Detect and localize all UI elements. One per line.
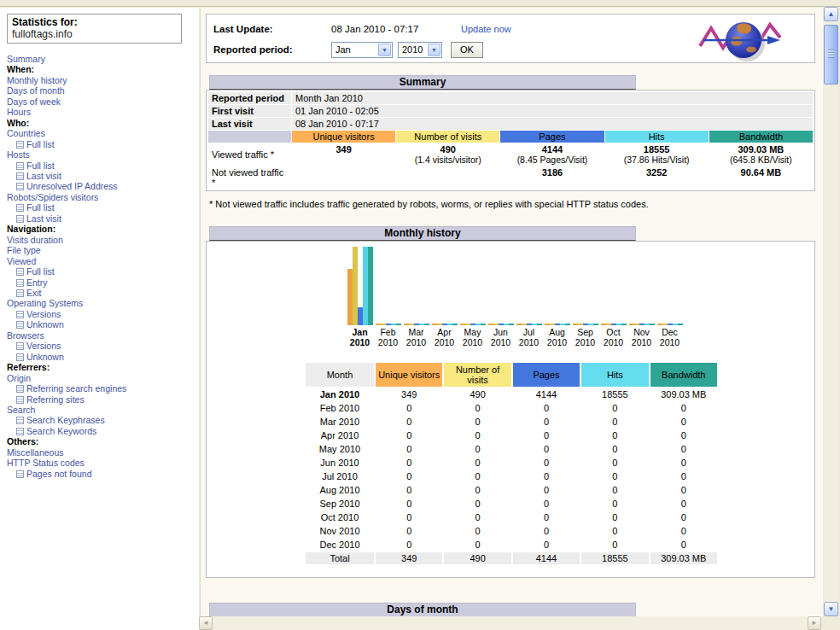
- year-select[interactable]: 2010 ▼: [398, 42, 442, 58]
- chevron-down-icon[interactable]: ▼: [428, 44, 440, 56]
- monthly-value-cell: 0: [444, 470, 510, 482]
- sidebar-item-full-list[interactable]: Full list: [7, 266, 196, 277]
- sidebar-item-origin[interactable]: Origin: [7, 373, 196, 383]
- scroll-up-icon[interactable]: ▲: [824, 7, 838, 21]
- sidebar-item-http-status-codes[interactable]: HTTP Status codes: [7, 458, 196, 468]
- sidebar-item-monthly-history[interactable]: Monthly history: [7, 75, 196, 85]
- sidebar-item-last-visit[interactable]: Last visit: [7, 213, 196, 224]
- list-icon: [16, 396, 24, 404]
- monthly-history-table: MonthUnique visitorsNumber of visitsPage…: [304, 361, 719, 566]
- sidebar-item-unresolved-ip-address[interactable]: Unresolved IP Address: [7, 181, 196, 191]
- sidebar-item-unknown[interactable]: Unknown: [7, 352, 196, 362]
- sidebar-section-who: Who:: [7, 118, 196, 128]
- chart-label-jul-2010: Jul2010: [515, 327, 543, 347]
- list-icon: [16, 289, 24, 297]
- monthly-value-cell: 0: [581, 443, 648, 455]
- scroll-down-icon[interactable]: ▼: [824, 602, 838, 616]
- viewed-traffic-label: Viewed traffic *: [208, 143, 291, 166]
- monthly-value-cell: 0: [444, 498, 510, 510]
- monthly-value-cell: 0: [376, 429, 442, 441]
- horizontal-scrollbar[interactable]: ◄ ►: [199, 616, 821, 630]
- chart-label-feb-2010: Feb2010: [374, 327, 402, 347]
- chevron-down-icon[interactable]: ▼: [378, 44, 391, 56]
- monthly-value-cell: 0: [376, 470, 442, 482]
- monthly-value-cell: 4144: [513, 388, 580, 400]
- sidebar-item-days-of-week[interactable]: Days of week: [7, 96, 196, 107]
- browser-top-strip: [0, 0, 840, 7]
- sidebar-frame: Statistics for: fulloftags.info SummaryW…: [0, 8, 199, 630]
- monthly-value-cell: 0: [444, 511, 510, 523]
- sidebar-item-last-visit[interactable]: Last visit: [7, 171, 196, 181]
- ok-button[interactable]: OK: [451, 42, 483, 58]
- monthly-value-cell: 0: [650, 416, 717, 428]
- chart-label-mar-2010: Mar2010: [402, 327, 430, 347]
- monthly-value-cell: 0: [513, 539, 580, 551]
- chart-label-aug-2010: Aug2010: [543, 327, 571, 347]
- scroll-right-icon[interactable]: ►: [808, 616, 821, 630]
- monthly-value-cell: 0: [513, 498, 580, 510]
- sidebar-item-pages-not-found[interactable]: Pages not found: [7, 469, 196, 479]
- monthly-value-cell: 349: [376, 388, 442, 400]
- sidebar-item-versions[interactable]: Versions: [7, 341, 196, 351]
- sidebar-item-file-type[interactable]: File type: [7, 245, 196, 255]
- monthly-value-cell: 0: [650, 402, 717, 414]
- vertical-scrollbar-thumb[interactable]: [824, 25, 838, 85]
- sidebar-item-entry[interactable]: Entry: [7, 277, 196, 288]
- monthly-row-jan-2010: Jan 2010349490414418555309.03 MB: [306, 388, 717, 400]
- not-viewed-pages: 3186: [500, 166, 604, 189]
- sidebar-item-days-of-month[interactable]: Days of month: [7, 85, 196, 96]
- monthly-value-cell: 0: [513, 470, 580, 482]
- summary-info-label: First visit: [208, 105, 291, 117]
- sidebar-item-operating-systems[interactable]: Operating Systems: [7, 298, 196, 308]
- vertical-scrollbar[interactable]: ▲ ▼: [824, 7, 838, 616]
- sidebar-item-browsers[interactable]: Browsers: [7, 330, 196, 341]
- sidebar-item-summary[interactable]: Summary: [7, 54, 196, 64]
- monthly-chart-labels: Jan2010Feb2010Mar2010Apr2010May2010Jun20…: [346, 327, 687, 347]
- summary-table: Reported period Month Jan 2010 First vis…: [207, 91, 814, 190]
- not-viewed-visits-empty: [396, 166, 499, 189]
- monthly-value-cell: 0: [376, 511, 442, 523]
- sidebar-item-countries[interactable]: Countries: [7, 128, 196, 138]
- sidebar-item-search-keyphrases[interactable]: Search Keyphrases: [7, 415, 196, 425]
- sidebar-item-search[interactable]: Search: [7, 405, 196, 415]
- update-now-link[interactable]: Update now: [461, 24, 511, 34]
- sidebar-item-hosts[interactable]: Hosts: [7, 149, 196, 160]
- sidebar-item-referring-search-engines[interactable]: Referring search engines: [7, 383, 196, 394]
- chart-month-jun-2010: [487, 247, 515, 325]
- sidebar-item-versions[interactable]: Versions: [7, 309, 196, 319]
- list-icon: [16, 183, 24, 190]
- monthly-value-cell: 0: [650, 443, 717, 455]
- viewed-bandwidth: 309.03 MB (645.8 KB/Visit): [709, 143, 813, 166]
- sidebar-item-robots-spiders-visitors[interactable]: Robots/Spiders visitors: [7, 192, 196, 202]
- update-period-box: Last Update: 08 Jan 2010 - 07:17 Update …: [206, 14, 815, 63]
- sidebar-item-hours[interactable]: Hours: [7, 107, 196, 117]
- monthly-value-cell: 0: [444, 443, 510, 455]
- monthly-value-cell: 0: [581, 498, 648, 510]
- summary-info-row: Reported period Month Jan 2010: [208, 92, 813, 104]
- bar-bandwidth: [368, 247, 373, 325]
- last-update-row: Last Update: 08 Jan 2010 - 07:17 Update …: [213, 20, 511, 38]
- viewed-visits-value: 490: [400, 144, 496, 155]
- list-icon: [16, 417, 24, 424]
- sidebar-item-visits-duration[interactable]: Visits duration: [7, 235, 196, 245]
- monthly-month-cell: Total: [306, 552, 374, 564]
- monthly-value-cell: 0: [650, 525, 717, 537]
- summary-box: Reported period Month Jan 2010 First vis…: [206, 90, 815, 191]
- sidebar-item-unknown[interactable]: Unknown: [7, 319, 196, 330]
- sidebar-item-miscellaneous[interactable]: Miscellaneous: [7, 447, 196, 458]
- chart-month-aug-2010: [543, 247, 571, 325]
- monthly-value-cell: 490: [444, 552, 510, 564]
- sidebar-item-exit[interactable]: Exit: [7, 288, 196, 298]
- sidebar-item-referring-sites[interactable]: Referring sites: [7, 394, 196, 405]
- sidebar-item-full-list[interactable]: Full list: [7, 202, 196, 213]
- month-select[interactable]: Jan ▼: [331, 42, 393, 58]
- sidebar-item-viewed[interactable]: Viewed: [7, 256, 196, 266]
- monthly-value-cell: 0: [581, 457, 648, 469]
- sidebar-item-full-list[interactable]: Full list: [7, 139, 196, 149]
- sidebar-item-full-list[interactable]: Full list: [7, 160, 196, 171]
- monthly-month-cell: Aug 2010: [306, 484, 374, 496]
- scroll-left-icon[interactable]: ◄: [199, 616, 213, 630]
- monthly-value-cell: 309.03 MB: [650, 552, 717, 564]
- sidebar-item-search-keywords[interactable]: Search Keywords: [7, 426, 196, 436]
- thumb-grip: [828, 50, 834, 58]
